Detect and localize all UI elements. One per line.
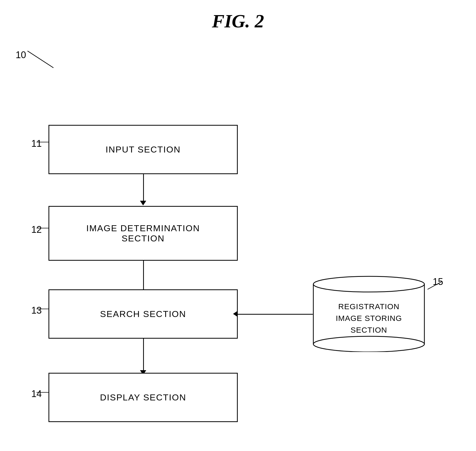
ref-10-arrow xyxy=(27,51,59,72)
ref-11-arrow xyxy=(36,138,51,146)
image-determination-section-label: IMAGE DETERMINATIONSECTION xyxy=(86,223,200,243)
display-section-block: DISPLAY SECTION xyxy=(48,373,238,422)
arrow-cylinder-to-search xyxy=(233,311,238,317)
arrow-input-to-imagedet xyxy=(140,201,146,205)
ref-14-arrow xyxy=(36,388,51,396)
image-determination-section-block: IMAGE DETERMINATIONSECTION xyxy=(48,206,238,261)
ref-15-arrow xyxy=(428,280,443,291)
registration-image-storing-section-container: REGISTRATIONIMAGE STORINGSECTION xyxy=(313,271,425,347)
search-section-label: SEARCH SECTION xyxy=(100,309,186,319)
connector-imagedet-to-search xyxy=(143,261,144,291)
ref-12-arrow xyxy=(36,224,51,232)
svg-point-9 xyxy=(313,276,424,292)
ref-10-label: 10 xyxy=(16,50,26,60)
svg-line-0 xyxy=(27,51,53,68)
cylinder-label: REGISTRATIONIMAGE STORINGSECTION xyxy=(313,292,425,344)
connector-cylinder-to-search xyxy=(238,314,313,315)
input-section-label: INPUT SECTION xyxy=(106,144,181,155)
connector-search-to-display xyxy=(143,339,144,372)
display-section-label: DISPLAY SECTION xyxy=(100,392,186,403)
search-section-block: SEARCH SECTION xyxy=(48,289,238,339)
connector-input-to-imagedet xyxy=(143,174,144,203)
input-section-block: INPUT SECTION xyxy=(48,125,238,174)
ref-13-arrow xyxy=(36,305,51,313)
svg-line-10 xyxy=(428,282,442,289)
diagram-container: FIG. 2 10 INPUT SECTION 11 IMAGE DETERMI… xyxy=(0,0,476,451)
figure-title: FIG. 2 xyxy=(212,10,264,32)
